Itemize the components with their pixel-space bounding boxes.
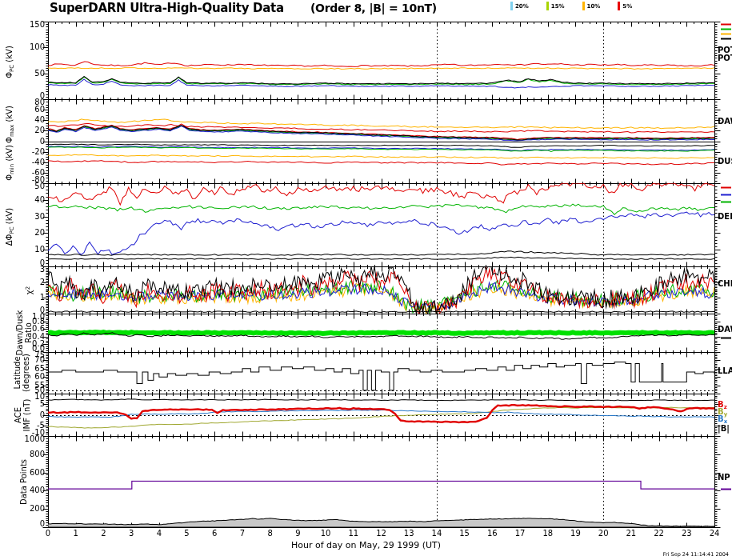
legend-label: 20% xyxy=(515,3,529,10)
x-tick-label: 4 xyxy=(147,529,171,538)
x-tick-label: 16 xyxy=(480,529,504,538)
x-tick-label: 24 xyxy=(702,529,726,538)
x-tick-label: 20 xyxy=(591,529,615,538)
x-tick-label: 0 xyxy=(36,529,60,538)
x-axis-label: Hour of day on May, 29 1999 (UT) xyxy=(0,540,732,550)
x-tick-label: 10 xyxy=(314,529,338,538)
x-tick-label: 2 xyxy=(91,529,115,538)
legend-item: 20% xyxy=(510,2,529,10)
x-tick-label: 3 xyxy=(119,529,143,538)
x-tick-label: 12 xyxy=(370,529,394,538)
legend-label: 10% xyxy=(587,3,601,10)
superdarn-plot-window: SuperDARN Ultra-High-Quality Data (Order… xyxy=(0,0,732,560)
legend-color-swatch xyxy=(618,2,620,10)
x-tick-label: 15 xyxy=(453,529,477,538)
y-axis-title: Data Points xyxy=(19,412,28,551)
right-label: DEL xyxy=(718,213,732,221)
y-tick-label: 2 xyxy=(0,278,45,286)
right-label: NP xyxy=(718,474,730,482)
x-tick-label: 7 xyxy=(230,529,254,538)
legend-color-swatch xyxy=(546,2,549,10)
legend-label: 5% xyxy=(622,3,632,10)
x-tick-label: 1 xyxy=(64,529,88,538)
y-tick-label: 3 xyxy=(0,265,45,274)
x-tick-label: 22 xyxy=(647,529,671,538)
x-tick-label: 23 xyxy=(674,529,698,538)
footer-timestamp: Fri Sep 24 11:14:41 2004 xyxy=(663,551,729,558)
right-label: POT xyxy=(718,54,732,62)
x-tick-label: 21 xyxy=(619,529,643,538)
legend-color-swatch xyxy=(582,2,585,10)
right-label: DAWN xyxy=(718,118,732,126)
legend-item: 15% xyxy=(546,2,565,10)
plot-canvas xyxy=(0,0,732,560)
x-tick-label: 14 xyxy=(425,529,449,538)
page-subtitle: (Order 8, |B| = 10nT) xyxy=(310,2,437,14)
legend-item: 10% xyxy=(582,2,601,10)
right-label: CHI xyxy=(718,280,732,288)
right-label: LLAT xyxy=(718,367,732,375)
legend-color-swatch xyxy=(510,2,513,10)
x-tick-label: 19 xyxy=(563,529,587,538)
legend-item: 5% xyxy=(618,2,632,10)
right-label: DUSK xyxy=(718,158,732,166)
right-label: DAWN xyxy=(718,326,732,334)
x-tick-label: 17 xyxy=(508,529,532,538)
right-label: |B| xyxy=(718,425,730,433)
x-tick-label: 9 xyxy=(286,529,310,538)
x-tick-label: 8 xyxy=(258,529,282,538)
legend-label: 15% xyxy=(551,3,565,10)
x-tick-label: 6 xyxy=(202,529,226,538)
x-tick-label: 5 xyxy=(175,529,199,538)
x-tick-label: 18 xyxy=(536,529,560,538)
legend: 20%15%10%5% xyxy=(510,2,632,10)
x-tick-label: 13 xyxy=(397,529,421,538)
page-title: SuperDARN Ultra-High-Quality Data xyxy=(50,1,284,15)
x-tick-label: 11 xyxy=(342,529,366,538)
